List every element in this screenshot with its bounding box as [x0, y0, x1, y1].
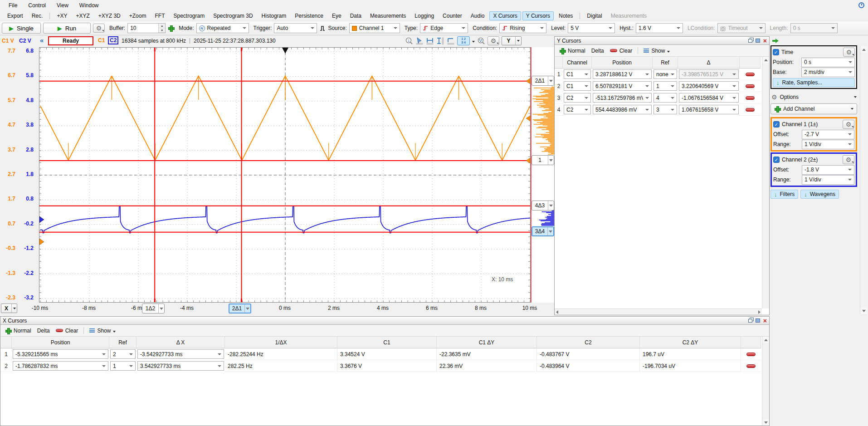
collapse-left-icon[interactable]: «	[40, 36, 44, 44]
view-tab-measurements[interactable]: Measurements	[607, 11, 650, 20]
view-tab-fft[interactable]: FFT	[151, 11, 168, 20]
cursor-position-select[interactable]: -513.167259786 mV	[593, 93, 652, 103]
add-normal-cursor-button[interactable]: Normal	[3, 327, 33, 335]
cursor-ref-select[interactable]: none	[653, 69, 677, 79]
y-cursor-marker-1[interactable]: 1	[532, 155, 554, 165]
remove-cursor-button[interactable]	[746, 96, 755, 100]
x-cursor-marker-2[interactable]: 2Δ1	[229, 304, 251, 313]
view-tab-counter[interactable]: Counter	[439, 11, 466, 20]
quad-view-button[interactable]: 1 23 4	[457, 36, 470, 45]
time-checkbox[interactable]: ✓	[773, 49, 779, 55]
cursor-channel-select[interactable]: C1	[564, 81, 591, 91]
view-tab--xyz[interactable]: +XYZ	[72, 11, 93, 20]
cursor-ref-select[interactable]: 2	[110, 349, 136, 359]
menu-view[interactable]: View	[52, 1, 73, 10]
show-menu-button[interactable]: Show	[642, 47, 672, 55]
buffer-spinner[interactable]: 10 ▲▼	[127, 23, 166, 33]
zoom-to-icon[interactable]: 1	[405, 37, 413, 45]
vertical-scrollbar[interactable]	[762, 57, 769, 308]
cursor-position-select[interactable]: 554.4483986 mV	[593, 105, 652, 114]
cursor-delta-x-select[interactable]: -3.542927733 ms	[137, 349, 224, 359]
clear-cursors-button[interactable]: Clear	[608, 47, 634, 55]
time-position-select[interactable]: 0 s	[801, 58, 855, 67]
cursor-channel-select[interactable]: C2	[564, 93, 591, 103]
cursor-position-select[interactable]: 3.287188612 V	[593, 69, 652, 79]
menu-file[interactable]: File	[4, 1, 22, 10]
view-tab-persistence[interactable]: Persistence	[291, 11, 327, 20]
c2-badge[interactable]: C2	[108, 36, 118, 44]
channel2-offset-select[interactable]: -1.8 V	[802, 165, 854, 175]
view-tab-histogram[interactable]: Histogram	[258, 11, 290, 20]
cursor-delta-select[interactable]: -1.0676156584 V	[679, 93, 739, 103]
x-cursors-titlebar[interactable]: X Cursors ×	[0, 317, 769, 325]
sidebar-scrollbar[interactable]	[860, 46, 867, 314]
cursor-ref-select[interactable]: 1	[110, 361, 136, 371]
horizontal-measure-icon[interactable]	[426, 37, 434, 45]
channel1-gear-button[interactable]: ⚙	[843, 120, 854, 129]
cursor-delta-select[interactable]: 1.067615658 V	[679, 105, 739, 114]
cursor-position-select[interactable]: -5.329215565 ms	[13, 349, 108, 359]
plot-settings-gear-button[interactable]: ⚙	[488, 36, 499, 45]
rate-samples-button[interactable]: ↓Rate, Samples...	[773, 78, 855, 87]
view-tab-logging[interactable]: Logging	[411, 11, 438, 20]
run-button[interactable]: ▶Run	[43, 23, 91, 34]
channel1-checkbox[interactable]: ✓	[773, 121, 780, 127]
horizontal-scrollbar[interactable]	[555, 308, 762, 315]
options-row[interactable]: ⚙Options	[771, 93, 857, 102]
view-tab-measurements[interactable]: Measurements	[366, 11, 410, 20]
remove-cursor-button[interactable]	[746, 364, 756, 368]
buffer-gear-button[interactable]: ⚙	[93, 24, 105, 33]
add-delta-cursor-button[interactable]: Delta	[590, 47, 606, 55]
y-cursor-marker-4[interactable]: 4Δ3	[532, 201, 554, 211]
zoom-options-icon[interactable]	[477, 37, 485, 45]
lcondition-select[interactable]: Timeout	[717, 23, 766, 33]
show-menu-button[interactable]: Show	[88, 327, 117, 335]
chevron-down-icon[interactable]	[472, 41, 475, 43]
menu-window[interactable]: Window	[74, 1, 104, 10]
remove-cursor-button[interactable]	[746, 73, 755, 76]
channel2-checkbox[interactable]: ✓	[773, 157, 780, 163]
single-button[interactable]: ▶Single	[2, 23, 41, 34]
y-axis-button[interactable]: Y	[502, 36, 522, 45]
spinner-buttons[interactable]: ▲▼	[158, 24, 165, 33]
add-delta-cursor-button[interactable]: Delta	[35, 327, 52, 335]
c1-badge[interactable]: C1	[98, 37, 105, 44]
cursor-channel-select[interactable]: C1	[564, 69, 591, 79]
vertical-scrollbar[interactable]	[762, 337, 769, 426]
channel1-range-select[interactable]: 1 V/div	[802, 140, 854, 149]
view-tab-rec-[interactable]: Rec.	[28, 11, 47, 20]
view-tab-audio[interactable]: Audio	[467, 11, 488, 20]
cursor-position-select[interactable]: 6.507829181 V	[593, 81, 652, 91]
maximize-icon[interactable]	[756, 318, 760, 323]
cursor-delta-select[interactable]: 3.220640569 V	[679, 81, 739, 91]
y-cursor-marker-3[interactable]: 3Δ4	[532, 226, 554, 236]
length-select[interactable]: 0 s	[790, 23, 838, 33]
cursor-ref-select[interactable]: 1	[653, 81, 677, 91]
cursor-delta-select[interactable]: -3.3985765125 V	[679, 69, 739, 79]
close-icon[interactable]: ×	[763, 38, 767, 44]
corner-measure-icon[interactable]	[447, 37, 455, 45]
cursor-ref-select[interactable]: 4	[653, 93, 677, 103]
trigger-select[interactable]: Auto	[274, 23, 317, 33]
add-icon[interactable]	[168, 25, 174, 31]
restore-icon[interactable]	[748, 39, 752, 43]
vertical-measure-icon[interactable]	[436, 37, 444, 45]
view-tab-x-cursors[interactable]: X Cursors	[489, 11, 521, 20]
y-cursors-titlebar[interactable]: Y Cursors ×	[555, 37, 769, 45]
view-tab-digital[interactable]: Digital	[583, 11, 605, 20]
remove-cursor-button[interactable]	[746, 84, 755, 88]
add-normal-cursor-button[interactable]: Normal	[557, 47, 587, 55]
pointer-select-icon[interactable]	[415, 37, 424, 45]
restore-icon[interactable]	[748, 319, 752, 323]
time-base-select[interactable]: 2 ms/div	[801, 68, 855, 77]
maximize-icon[interactable]	[756, 39, 760, 43]
filters-button[interactable]: ↓Filters	[770, 190, 798, 199]
cursor-position-select[interactable]: -1.786287832 ms	[13, 361, 108, 371]
expand-right-icon[interactable]	[772, 39, 779, 43]
time-gear-button[interactable]: ⚙	[843, 48, 855, 57]
menu-control[interactable]: Control	[23, 1, 51, 10]
view-tab-spectrogram[interactable]: Spectrogram	[170, 11, 208, 20]
level-select[interactable]: 5 V	[568, 23, 615, 33]
view-tab-spectrogram-3d[interactable]: Spectrogram 3D	[210, 11, 256, 20]
cursor-channel-select[interactable]: C2	[564, 105, 591, 114]
